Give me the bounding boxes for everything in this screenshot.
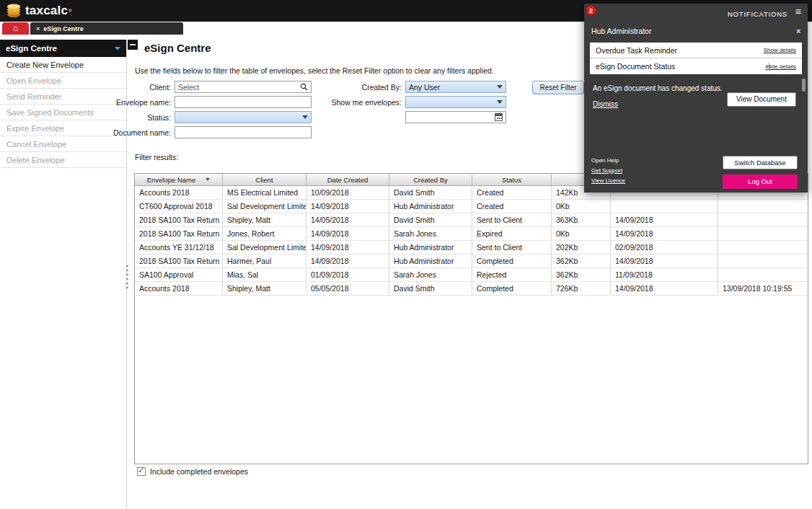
column-header[interactable]: Created By xyxy=(389,174,472,185)
table-cell: 14/09/2018 xyxy=(611,227,718,240)
tab-close-icon[interactable]: × xyxy=(36,25,40,32)
column-header[interactable]: Envelope Name xyxy=(135,174,223,185)
show-me-envelopes-dropdown[interactable] xyxy=(405,96,506,108)
view-document-button[interactable]: View Document xyxy=(727,92,796,107)
table-row[interactable]: 2018 SA100 Tax ReturnHarmer, Paul14/09/2… xyxy=(135,254,808,268)
table-row[interactable]: Accounts 2018Shipley, Matt05/05/2018Davi… xyxy=(135,282,808,296)
switch-database-button[interactable]: Switch Database xyxy=(723,156,798,169)
table-cell: Shipley, Matt xyxy=(223,282,306,295)
notification-item-overdue-task[interactable]: Overdue Task Reminder Show details xyxy=(590,43,802,58)
tab-label: eSign Centre xyxy=(43,25,84,32)
table-cell: 14/05/2018 xyxy=(306,213,389,226)
table-cell: 05/05/2018 xyxy=(306,282,389,295)
table-row[interactable]: Accounts YE 31/12/18Sal Development Limi… xyxy=(135,241,808,254)
table-cell: Accounts YE 31/12/18 xyxy=(135,241,223,254)
notifications-title: NOTIFICATIONS xyxy=(728,10,787,18)
table-cell: 14/09/2018 xyxy=(611,213,718,226)
dismiss-link[interactable]: Dismiss xyxy=(593,100,618,108)
table-row[interactable]: CT600 Approval 2018Sal Development Limit… xyxy=(135,200,808,213)
column-header[interactable]: Client xyxy=(223,174,306,185)
table-cell: 362Kb xyxy=(552,268,611,281)
column-filter-icon[interactable] xyxy=(206,178,210,181)
table-cell: 14/09/2018 xyxy=(306,254,389,267)
hamburger-icon[interactable]: ≡ xyxy=(795,6,801,17)
filter-results-label: Filter results: xyxy=(135,153,178,161)
table-cell: 14/09/2018 xyxy=(306,241,389,254)
scrollbar-thumb[interactable] xyxy=(802,79,806,92)
table-body: Accounts 2018MS Electrical Limited10/09/… xyxy=(135,186,808,296)
logo-trademark: ® xyxy=(69,9,71,13)
sidebar-header[interactable]: eSign Centre xyxy=(0,40,126,57)
log-out-button[interactable]: Log Out xyxy=(723,174,798,189)
table-cell: David Smith xyxy=(389,282,472,295)
table-cell: 14/09/2018 xyxy=(611,254,718,267)
table-cell xyxy=(718,200,808,213)
notification-title: eSign Document Status xyxy=(596,62,675,71)
envelope-name-input[interactable] xyxy=(175,96,312,108)
minus-icon xyxy=(130,44,136,45)
chevron-down-icon xyxy=(115,47,120,50)
sidebar: eSign Centre Create New EnvelopeOpen Env… xyxy=(0,40,127,509)
table-cell xyxy=(718,268,808,281)
include-completed-checkbox[interactable]: ✓ xyxy=(137,467,146,476)
table-cell: 10/09/2018 xyxy=(306,186,389,199)
table-cell: 13/09/2018 10:19:55 xyxy=(718,282,808,295)
table-cell: Hub Administrator xyxy=(389,241,472,254)
collapse-sidebar-button[interactable] xyxy=(128,40,138,50)
notification-title: Overdue Task Reminder xyxy=(596,46,677,55)
table-cell: Completed xyxy=(472,254,552,267)
home-icon: ⌂ xyxy=(13,23,18,33)
table-cell: Accounts 2018 xyxy=(135,282,223,295)
table-cell: 2018 SA100 Tax Return xyxy=(135,227,223,240)
panel-link-view-licence[interactable]: View Licence xyxy=(591,177,625,184)
table-cell: Created xyxy=(472,200,552,213)
sidebar-menu: Create New EnvelopeOpen EnvelopeSend Rem… xyxy=(0,57,126,168)
tab-esign-centre[interactable]: × eSign Centre xyxy=(30,22,183,35)
table-cell: 363Kb xyxy=(552,213,611,226)
table-cell: Completed xyxy=(472,282,552,295)
table-cell: MS Electrical Limited xyxy=(223,186,306,199)
chevron-down-icon xyxy=(497,100,503,104)
show-details-link[interactable]: Show details xyxy=(764,47,796,53)
column-header[interactable]: Status xyxy=(472,174,552,185)
sidebar-item-create-new-envelope[interactable]: Create New Envelope xyxy=(0,57,126,73)
reset-filter-button[interactable]: Reset Filter xyxy=(532,81,584,94)
document-name-input[interactable] xyxy=(175,126,312,138)
panel-link-open-help[interactable]: Open Help xyxy=(591,157,625,164)
status-dropdown[interactable] xyxy=(175,111,312,123)
panel-footer-links: Open HelpGet SupportView Licence xyxy=(591,157,625,184)
column-header[interactable]: Date Created xyxy=(306,174,389,185)
date-input[interactable] xyxy=(405,111,506,123)
close-icon[interactable]: × xyxy=(796,27,800,35)
table-row[interactable]: 2018 SA100 Tax ReturnShipley, Matt14/05/… xyxy=(135,213,808,227)
client-select-field[interactable]: Select xyxy=(175,81,312,93)
table-cell: 202Kb xyxy=(552,241,611,254)
sidebar-header-label: eSign Centre xyxy=(6,44,57,53)
table-cell: Accounts 2018 xyxy=(135,186,223,199)
table-cell: 02/09/2018 xyxy=(611,241,718,254)
table-cell: 0Kb xyxy=(552,227,611,240)
table-cell: CT600 Approval 2018 xyxy=(135,200,223,213)
table-cell: 2018 SA100 Tax Return xyxy=(135,213,223,226)
taxcalc-coins-icon xyxy=(6,3,22,18)
table-cell: Sal Development Limited xyxy=(223,241,306,254)
table-cell: Sent to Client xyxy=(472,213,552,226)
tab-home[interactable]: ⌂ xyxy=(2,22,29,35)
splitter-handle[interactable] xyxy=(125,264,129,288)
search-icon xyxy=(300,83,308,91)
table-cell: 11/09/2018 xyxy=(611,268,718,281)
page-title: eSign Centre xyxy=(144,42,211,54)
table-cell: 14/09/2018 xyxy=(306,227,389,240)
client-select-value: Select xyxy=(178,83,199,92)
panel-user-name: Hub Administrator xyxy=(591,27,651,35)
page-description: Use the fields below to filter the table… xyxy=(135,66,494,75)
table-row[interactable]: 2018 SA100 Tax ReturnJones, Robert14/09/… xyxy=(135,227,808,241)
hide-details-link[interactable]: Hide details xyxy=(766,63,796,70)
table-row[interactable]: SA100 ApprovalMias, Sal01/09/2018Sarah J… xyxy=(135,268,808,282)
table-cell: 726Kb xyxy=(552,282,611,295)
created-by-dropdown[interactable]: Any User xyxy=(405,81,506,93)
panel-link-get-support[interactable]: Get Support xyxy=(591,167,625,174)
logo-text: taxcalc xyxy=(25,4,68,18)
table-cell: 362Kb xyxy=(552,254,611,267)
calendar-icon[interactable] xyxy=(495,113,503,121)
